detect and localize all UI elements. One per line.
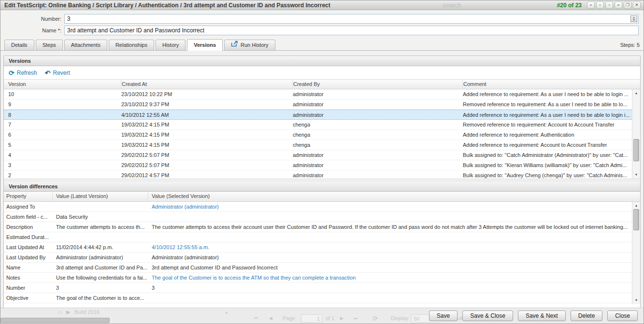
scrollbar-thumb[interactable] bbox=[633, 139, 639, 161]
dialog-title: Edit TestScript: Online Banking / Script… bbox=[4, 2, 330, 9]
property-cell: Name bbox=[4, 263, 53, 272]
difference-row[interactable]: Number 3 3 bbox=[4, 283, 632, 293]
difference-row[interactable]: Objective The goal of the Customer is to… bbox=[4, 293, 632, 303]
difference-row[interactable]: Notes Use the following credentials for … bbox=[4, 273, 632, 283]
property-cell: Custom field - c... bbox=[4, 212, 53, 222]
number-label: Number: bbox=[0, 16, 64, 22]
selected-value-cell: 3 bbox=[148, 283, 632, 293]
last-record-icon: » bbox=[617, 3, 619, 7]
restore-icon: ❐ bbox=[626, 2, 630, 7]
column-header-latest-value[interactable]: Value (Latest Version) bbox=[53, 192, 148, 201]
first-record-button[interactable]: « bbox=[587, 1, 595, 9]
background-tree-expand-icon: ▷ bbox=[58, 309, 62, 315]
next-record-button[interactable]: › bbox=[605, 1, 613, 9]
property-cell: Notes bbox=[4, 273, 53, 282]
save-and-close-button[interactable]: Save & Close bbox=[462, 310, 513, 321]
version-row[interactable]: 6 19/03/2012 4:15 PM chenga Added refere… bbox=[4, 130, 632, 140]
difference-row[interactable]: Last Updated By Administrator (administr… bbox=[4, 253, 632, 263]
created-at-cell: 4/10/2012 12:55 AM bbox=[121, 110, 293, 119]
column-header-property[interactable]: Property bbox=[4, 192, 53, 201]
created-by-cell: chenga bbox=[293, 140, 463, 150]
save-button[interactable]: Save bbox=[429, 310, 458, 321]
versions-scrollbar[interactable]: ▲ ▼ bbox=[632, 89, 640, 179]
difference-row[interactable]: Assigned To Administrator (administrator… bbox=[4, 202, 632, 212]
created-by-cell: administrator bbox=[293, 150, 463, 160]
background-display-label: Display bbox=[391, 315, 408, 321]
selected-value-cell: The goal of the Customer is to access th… bbox=[148, 273, 632, 282]
created-by-cell: administrator bbox=[293, 170, 463, 179]
column-header-version[interactable]: Version bbox=[4, 80, 121, 89]
scrollbar-thumb[interactable] bbox=[633, 209, 639, 230]
tab-versions[interactable]: Versions bbox=[187, 39, 223, 51]
column-header-comment[interactable]: Comment bbox=[463, 80, 640, 89]
close-window-button[interactable]: ✕ bbox=[633, 1, 641, 9]
selected-value-cell: The customer attempts to access their ac… bbox=[148, 222, 632, 232]
save-and-next-button[interactable]: Save & Next bbox=[518, 310, 566, 321]
comment-cell: Added reference to requirement: Authenti… bbox=[463, 130, 632, 140]
property-cell: Objective bbox=[4, 293, 53, 303]
tab-relationships[interactable]: Relationships bbox=[109, 40, 154, 50]
version-row[interactable]: 4 29/02/2012 5:07 PM administrator Bulk … bbox=[4, 150, 632, 160]
close-button[interactable]: Close bbox=[607, 310, 638, 321]
differences-scrollbar[interactable]: ▲ ▼ bbox=[632, 202, 640, 304]
selected-value-cell: Administrator (administrator) bbox=[148, 253, 632, 262]
difference-row[interactable]: Last Updated At 11/02/2014 4:44:42 p.m. … bbox=[4, 242, 632, 253]
steps-count-label: Steps: 5 bbox=[620, 40, 640, 50]
created-at-cell: 23/10/2012 9:37 PM bbox=[121, 99, 293, 109]
comment-cell: Added reference to requirement: As a use… bbox=[463, 89, 632, 99]
version-cell: 9 bbox=[4, 99, 121, 109]
difference-row[interactable]: Custom field - c... Data Security bbox=[4, 212, 632, 222]
number-field[interactable] bbox=[64, 14, 639, 24]
version-cell: 10 bbox=[4, 89, 121, 99]
revert-button[interactable]: ↶ Revert bbox=[45, 69, 70, 77]
version-row[interactable]: 7 19/03/2012 4:15 PM chenga Removed refe… bbox=[4, 120, 632, 130]
scroll-down-icon[interactable]: ▼ bbox=[632, 297, 640, 304]
difference-row[interactable]: Description The customer attempts to acc… bbox=[4, 222, 632, 232]
tab-details[interactable]: Details bbox=[4, 40, 34, 50]
number-spinner[interactable]: ▲ ▼ bbox=[630, 15, 637, 22]
latest-value-cell bbox=[53, 232, 148, 242]
refresh-button[interactable]: ⟳ Refresh bbox=[9, 69, 37, 77]
header-form: Number: ▲ ▼ Name *: bbox=[0, 11, 644, 39]
created-by-cell: chenga bbox=[293, 130, 463, 140]
selected-value-cell bbox=[148, 212, 632, 222]
version-row[interactable]: 8 4/10/2012 12:55 AM administrator Added… bbox=[4, 110, 632, 120]
restore-window-button[interactable]: ❐ bbox=[624, 1, 631, 9]
version-row[interactable]: 10 23/10/2012 10:22 PM administrator Add… bbox=[4, 89, 632, 99]
version-row[interactable]: 2 29/02/2012 4:57 PM administrator Bulk … bbox=[4, 170, 632, 179]
difference-row[interactable]: Name 3rd attempt and Customer ID and Pa.… bbox=[4, 263, 632, 273]
previous-record-button[interactable]: ‹ bbox=[596, 1, 604, 9]
column-header-selected-value[interactable]: Value (Selected Version) bbox=[148, 192, 640, 201]
scroll-down-icon[interactable]: ▼ bbox=[632, 171, 640, 178]
scroll-up-icon[interactable]: ▲ bbox=[632, 202, 640, 209]
created-by-cell: administrator bbox=[293, 110, 463, 119]
version-cell: 3 bbox=[4, 160, 121, 170]
column-header-created-at[interactable]: Created At bbox=[121, 80, 293, 89]
comment-cell: Removed reference to requirement: As a u… bbox=[463, 99, 632, 109]
version-row[interactable]: 3 29/02/2012 5:07 PM administrator Bulk … bbox=[4, 160, 632, 170]
scroll-up-icon[interactable]: ▲ bbox=[632, 90, 640, 97]
next-record-icon: › bbox=[609, 2, 610, 7]
background-refresh-icon: ⟳ bbox=[372, 315, 378, 322]
tab-steps[interactable]: Steps bbox=[36, 40, 63, 50]
difference-row[interactable]: Estimated Durat... bbox=[4, 232, 632, 242]
last-record-button[interactable]: » bbox=[615, 1, 622, 9]
differences-table-header: Property Value (Latest Version) Value (S… bbox=[4, 192, 640, 202]
tab-attachments[interactable]: Attachments bbox=[64, 40, 107, 50]
name-label: Name *: bbox=[0, 28, 64, 33]
tab-run-history[interactable]: Run History bbox=[224, 40, 275, 50]
name-field[interactable] bbox=[64, 26, 639, 35]
latest-value-cell: Use the following credentials for a fai.… bbox=[53, 273, 148, 282]
selected-value-cell: Administrator (administrator) bbox=[148, 202, 632, 211]
background-dropdown-icon: ▼ bbox=[225, 311, 229, 315]
delete-button[interactable]: Delete bbox=[571, 310, 603, 321]
version-row[interactable]: 9 23/10/2012 9:37 PM administrator Remov… bbox=[4, 99, 632, 110]
dialog-titlebar: Edit TestScript: Online Banking / Script… bbox=[0, 0, 644, 10]
version-row[interactable]: 5 19/03/2012 4:15 PM chenga Added refere… bbox=[4, 140, 632, 150]
versions-table-header: Version Created At Created By Comment bbox=[4, 79, 640, 89]
column-header-created-by[interactable]: Created By bbox=[293, 80, 463, 89]
selected-value-cell bbox=[148, 293, 632, 303]
background-page-label: Page bbox=[283, 315, 295, 321]
version-cell: 2 bbox=[4, 170, 121, 179]
tab-history[interactable]: History bbox=[156, 40, 186, 50]
